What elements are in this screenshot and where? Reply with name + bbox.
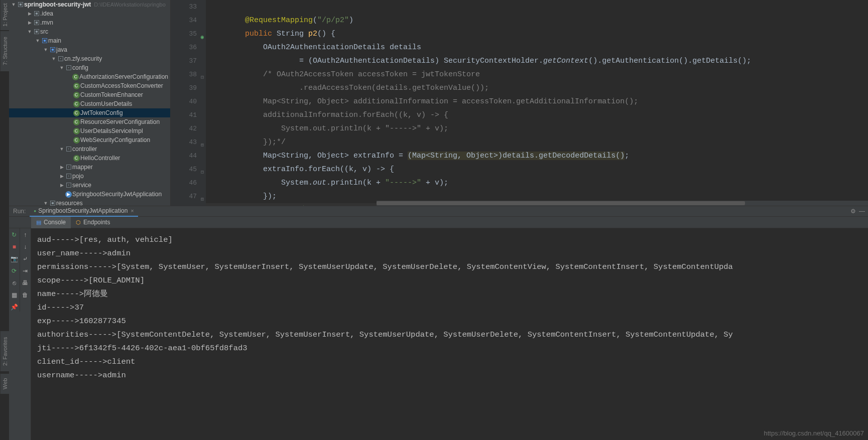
chevron-icon[interactable]: ▼ xyxy=(51,56,56,61)
chevron-icon[interactable]: ▼ xyxy=(59,146,64,152)
code-line[interactable] xyxy=(206,0,868,14)
tree-node-resources[interactable]: ▼🞕resources xyxy=(9,199,170,206)
chevron-icon[interactable]: ▶ xyxy=(59,183,64,188)
code-line[interactable]: OAuth2AuthenticationDetails details xyxy=(206,41,868,54)
tree-node-pojo[interactable]: ▶🞔pojo xyxy=(9,172,170,181)
project-tree[interactable]: ▼ 🞕 springboot-security-jwt D:\IDEAWorks… xyxy=(9,0,171,206)
run-sub-tabs: ▤ Console ⬡ Endpoints xyxy=(9,217,868,228)
soft-wrap-button[interactable]: ⤶ xyxy=(21,254,30,263)
project-root[interactable]: ▼ 🞕 springboot-security-jwt D:\IDEAWorks… xyxy=(9,0,170,9)
code-line[interactable]: });*/ xyxy=(206,135,868,149)
dump-button[interactable]: 📷 xyxy=(10,254,19,263)
code-line[interactable]: Map<String, Object> additionalInformatio… xyxy=(206,95,868,108)
tree-node-UserDetailsServiceImpl[interactable]: CUserDetailsServiceImpl xyxy=(9,126,170,135)
gutter-run-icon[interactable]: ◉ xyxy=(200,31,204,44)
close-icon[interactable]: × xyxy=(131,208,134,214)
tree-node-ResourceServerConfiguration[interactable]: CResourceServerConfiguration xyxy=(9,117,170,126)
folder-icon: 🞕 xyxy=(16,2,24,8)
toolwindow-favorites-tab[interactable]: 2: Favorites xyxy=(0,331,9,371)
chevron-icon[interactable]: ▼ xyxy=(27,29,32,34)
rerun-button[interactable]: ↻ xyxy=(10,230,19,239)
toolwindow-structure-tab[interactable]: 7: Structure xyxy=(0,31,9,71)
chevron-icon[interactable]: ▶ xyxy=(27,20,32,25)
tree-node-src[interactable]: ▼🞕src xyxy=(9,27,170,36)
tree-node-mapper[interactable]: ▶🞔mapper xyxy=(9,163,170,172)
chevron-icon[interactable]: ▼ xyxy=(35,38,40,43)
tree-node-java[interactable]: ▼🞕java xyxy=(9,45,170,54)
chevron-down-icon[interactable]: ▼ xyxy=(11,2,16,7)
chevron-icon[interactable]: ▶ xyxy=(59,174,64,179)
class-run-icon: ▶ xyxy=(64,191,72,198)
tree-node--mvn[interactable]: ▶🞕.mvn xyxy=(9,18,170,27)
tree-node-AuthorizationServerConfiguration[interactable]: CAuthorizationServerConfiguration xyxy=(9,72,170,81)
gear-icon[interactable]: ⚙ xyxy=(850,208,856,215)
class-icon: C xyxy=(72,74,79,80)
tree-node-controller[interactable]: ▼🞔controller xyxy=(9,144,170,154)
code-editor[interactable]: 333435◉363738⊟3940414243⊞4445⊟4647⊞48 @R… xyxy=(171,0,868,206)
class-icon: C xyxy=(72,155,80,162)
code-line[interactable]: = (OAuth2AuthenticationDetails) Security… xyxy=(206,54,868,68)
folder-icon: 🞕 xyxy=(32,20,40,26)
toolwindow-web-tab[interactable]: Web xyxy=(0,374,9,394)
chevron-icon[interactable]: ▶ xyxy=(59,165,64,170)
code-line[interactable]: Map<String, Object> extraInfo = (Map<Str… xyxy=(206,149,868,163)
stop-button[interactable]: ■ xyxy=(10,242,19,251)
class-icon: C xyxy=(72,101,80,107)
fold-icon[interactable]: ⊞ xyxy=(201,138,204,152)
pin-button[interactable]: 📌 xyxy=(10,303,19,312)
chevron-icon[interactable]: ▼ xyxy=(43,201,48,206)
fold-icon[interactable]: ⊟ xyxy=(201,166,204,179)
line-number: 37 xyxy=(171,54,197,68)
restart-button[interactable]: ⟳ xyxy=(10,266,19,275)
tree-node--idea[interactable]: ▶🞕.idea xyxy=(9,9,170,18)
project-root-path: D:\IDEAWorkstation\springbo xyxy=(94,2,165,8)
tree-node-config[interactable]: ▼🞔config xyxy=(9,63,170,72)
scroll-down-button[interactable]: ↓ xyxy=(21,242,30,251)
console-tab[interactable]: ▤ Console xyxy=(31,217,71,228)
code-line[interactable]: public String p2() { xyxy=(206,27,868,41)
editor-content[interactable]: @RequestMapping("/p/p2") public String p… xyxy=(206,0,868,206)
console-output[interactable]: aud----->[res, auth, vehicle] user_name-… xyxy=(31,228,868,440)
line-number: 41 xyxy=(171,108,197,122)
tree-node-label: SpringbootSecurityJwtApplication xyxy=(72,191,162,198)
clear-button[interactable]: 🗑 xyxy=(21,290,30,300)
code-line[interactable]: extraInfo.forEach((k, v) -> { xyxy=(206,163,868,176)
scroll-end-button[interactable]: ⇥ xyxy=(21,266,30,275)
tree-node-CustomTokenEnhancer[interactable]: CCustomTokenEnhancer xyxy=(9,90,170,99)
tree-node-label: UserDetailsServiceImpl xyxy=(80,127,143,134)
layout-button[interactable]: ▦ xyxy=(10,290,19,300)
chevron-icon[interactable]: ▼ xyxy=(43,47,48,52)
folder-icon: 🞕 xyxy=(48,200,56,206)
minimize-icon[interactable]: — xyxy=(859,208,865,215)
tree-node-HelloController[interactable]: CHelloController xyxy=(9,154,170,163)
line-number: 33 xyxy=(171,0,197,14)
code-line[interactable]: .readAccessToken(details.getTokenValue()… xyxy=(206,81,868,95)
tree-node-CustomAccessTokenConverter[interactable]: CCustomAccessTokenConverter xyxy=(9,81,170,90)
chevron-icon[interactable]: ▼ xyxy=(59,65,64,70)
tree-node-CustomUserDetails[interactable]: CCustomUserDetails xyxy=(9,99,170,108)
scroll-up-button[interactable]: ↑ xyxy=(21,230,30,239)
tree-node-JwtTokenConfig[interactable]: CJwtTokenConfig xyxy=(9,108,170,117)
tree-node-main[interactable]: ▼🞕main xyxy=(9,36,170,45)
code-line[interactable]: System.out.println(k + "----->" + v); xyxy=(206,122,868,135)
run-config-tab[interactable]: ● SpringbootSecurityJwtApplication × xyxy=(30,206,138,217)
editor-horizontal-scrollbar[interactable] xyxy=(377,201,868,206)
code-line[interactable]: /* OAuth2AccessToken accessToken = jwtTo… xyxy=(206,68,868,81)
code-line[interactable]: System.out.println(k + "----->" + v); xyxy=(206,176,868,190)
code-line[interactable]: @RequestMapping("/p/p2") xyxy=(206,14,868,27)
class-icon: C xyxy=(72,128,80,134)
tree-node-label: mapper xyxy=(72,164,93,171)
tree-node-service[interactable]: ▶🞔service xyxy=(9,181,170,190)
fold-icon[interactable]: ⊞ xyxy=(201,193,204,206)
fold-icon[interactable]: ⊟ xyxy=(201,71,204,84)
endpoints-tab[interactable]: ⬡ Endpoints xyxy=(71,217,115,228)
exit-button[interactable]: ⎋ xyxy=(10,278,19,287)
scrollbar-thumb[interactable] xyxy=(377,201,745,205)
chevron-icon[interactable]: ▶ xyxy=(27,11,32,16)
code-line[interactable]: additionalInformation.forEach((k, v) -> … xyxy=(206,108,868,122)
tree-node-SpringbootSecurityJwtApplication[interactable]: ▶SpringbootSecurityJwtApplication xyxy=(9,190,170,199)
tree-node-cn-zfy-security[interactable]: ▼🞔cn.zfy.security xyxy=(9,54,170,63)
toolwindow-project-tab[interactable]: 1: Project xyxy=(0,0,9,30)
print-button[interactable]: 🖶 xyxy=(21,278,30,287)
tree-node-WebSecurityConfiguration[interactable]: CWebSecurityConfiguration xyxy=(9,135,170,144)
